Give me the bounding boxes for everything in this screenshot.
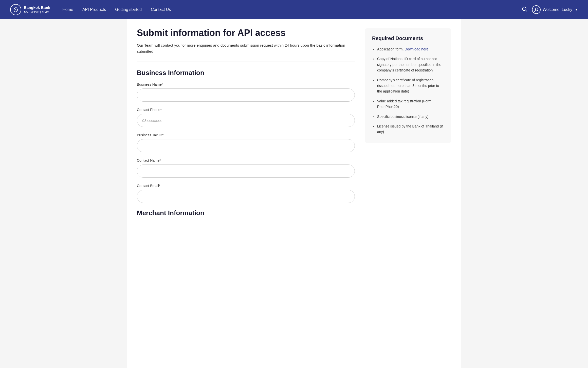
main-container: Submit information for API access Our Te…	[127, 19, 461, 368]
contact-email-group: Contact Email*	[137, 184, 355, 203]
sidebar-title: Required Documents	[372, 35, 444, 41]
logo[interactable]: Bangkok Bank ธนาคารกรุงเทพ	[10, 4, 50, 15]
brand-thai: ธนาคารกรุงเทพ	[24, 10, 50, 14]
business-tax-id-group: Business Tax ID*	[137, 133, 355, 152]
business-name-group: Business Name*	[137, 82, 355, 102]
welcome-text: Welcome, Lucky	[543, 7, 572, 12]
user-menu[interactable]: Welcome, Lucky ▼	[532, 5, 578, 14]
nav-api-products[interactable]: API Products	[82, 7, 106, 12]
contact-phone-group: Contact Phone*	[137, 108, 355, 127]
merchant-section-title: Merchant Information	[137, 209, 355, 217]
contact-name-group: Contact Name*	[137, 158, 355, 178]
business-tax-id-label: Business Tax ID*	[137, 133, 355, 137]
nav-home[interactable]: Home	[62, 7, 73, 12]
business-name-label: Business Name*	[137, 82, 355, 86]
nav-links: Home API Products Getting started Contac…	[62, 7, 171, 12]
user-avatar-icon	[532, 5, 541, 14]
required-docs-list: Application form, Download here Copy of …	[372, 46, 444, 135]
content-right: Required Documents Application form, Dow…	[365, 27, 451, 358]
business-name-input[interactable]	[137, 88, 355, 102]
nav-right: Welcome, Lucky ▼	[522, 5, 578, 14]
list-item: License issued by the Bank of Thailand (…	[377, 123, 444, 135]
contact-phone-input[interactable]	[137, 114, 355, 127]
contact-name-input[interactable]	[137, 164, 355, 178]
download-link[interactable]: Download here	[405, 47, 428, 51]
svg-point-2	[535, 8, 537, 10]
navbar: Bangkok Bank ธนาคารกรุงเทพ Home API Prod…	[0, 0, 588, 19]
nav-contact-us[interactable]: Contact Us	[151, 7, 171, 12]
list-item: Specific business license (if any)	[377, 114, 444, 119]
business-section-title: Business Information	[137, 69, 355, 77]
required-docs-box: Required Documents Application form, Dow…	[365, 28, 451, 143]
divider	[137, 62, 355, 62]
page-title: Submit information for API access	[137, 27, 355, 38]
list-item: Value added tax registration (Form Phor.…	[377, 98, 444, 110]
brand-english: Bangkok Bank	[24, 5, 50, 10]
svg-line-1	[526, 10, 527, 11]
dropdown-arrow-icon: ▼	[575, 8, 578, 11]
nav-getting-started[interactable]: Getting started	[115, 7, 142, 12]
list-item: Application form, Download here	[377, 46, 444, 52]
logo-icon	[10, 4, 21, 15]
search-icon[interactable]	[522, 6, 527, 13]
contact-email-label: Contact Email*	[137, 184, 355, 188]
business-tax-id-input[interactable]	[137, 139, 355, 152]
contact-phone-label: Contact Phone*	[137, 108, 355, 112]
list-item: Company’s certificate of registration (i…	[377, 77, 444, 94]
page-subtitle: Our Team will contact you for more enqui…	[137, 42, 355, 54]
content-left: Submit information for API access Our Te…	[137, 27, 355, 358]
logo-text: Bangkok Bank ธนาคารกรุงเทพ	[24, 5, 50, 14]
nav-left: Bangkok Bank ธนาคารกรุงเทพ Home API Prod…	[10, 4, 171, 15]
contact-email-input[interactable]	[137, 190, 355, 203]
list-item: Copy of National ID card of authorized s…	[377, 56, 444, 73]
contact-name-label: Contact Name*	[137, 158, 355, 162]
